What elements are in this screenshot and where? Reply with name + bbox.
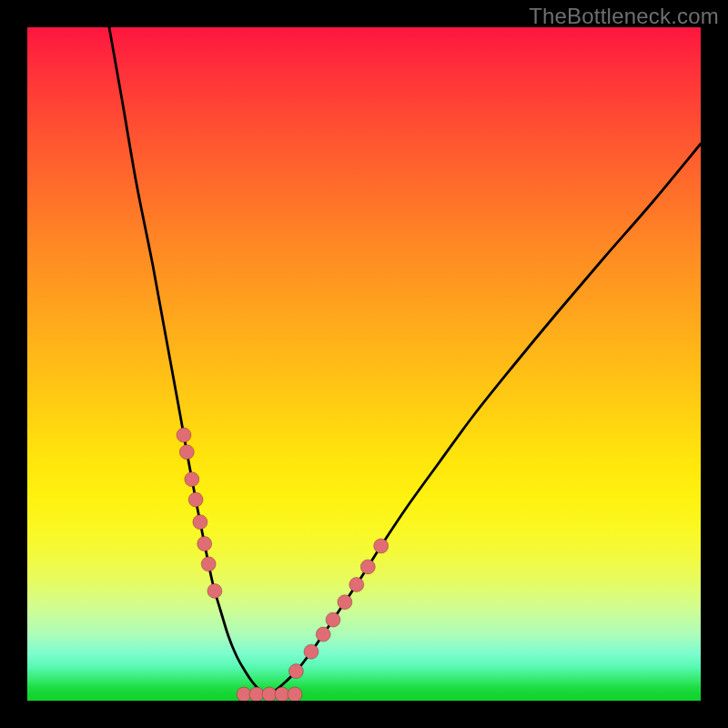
bead-marker xyxy=(185,472,199,487)
bead-marker xyxy=(288,687,302,701)
curve-left-branch xyxy=(109,27,266,694)
bead-marker xyxy=(316,627,330,642)
bead-marker xyxy=(207,583,222,598)
bead-marker xyxy=(374,539,389,553)
bead-marker xyxy=(360,560,375,574)
bead-marker xyxy=(201,557,216,571)
bead-marker xyxy=(177,428,191,442)
curve-right-branch xyxy=(266,144,701,694)
curve-layer xyxy=(27,27,701,701)
bead-marker xyxy=(338,595,352,610)
bead-marker xyxy=(179,445,194,460)
bead-marker xyxy=(304,644,318,659)
bead-marker xyxy=(197,537,212,551)
bead-marker xyxy=(188,492,203,507)
bead-marker xyxy=(326,612,340,627)
bead-marker xyxy=(288,664,303,679)
bead-marker xyxy=(193,515,207,530)
watermark-text: TheBottleneck.com xyxy=(529,4,719,29)
plot-area xyxy=(27,27,701,701)
bead-marker xyxy=(349,577,364,592)
chart-stage: TheBottleneck.com xyxy=(0,0,728,728)
curve-beads xyxy=(177,428,389,701)
